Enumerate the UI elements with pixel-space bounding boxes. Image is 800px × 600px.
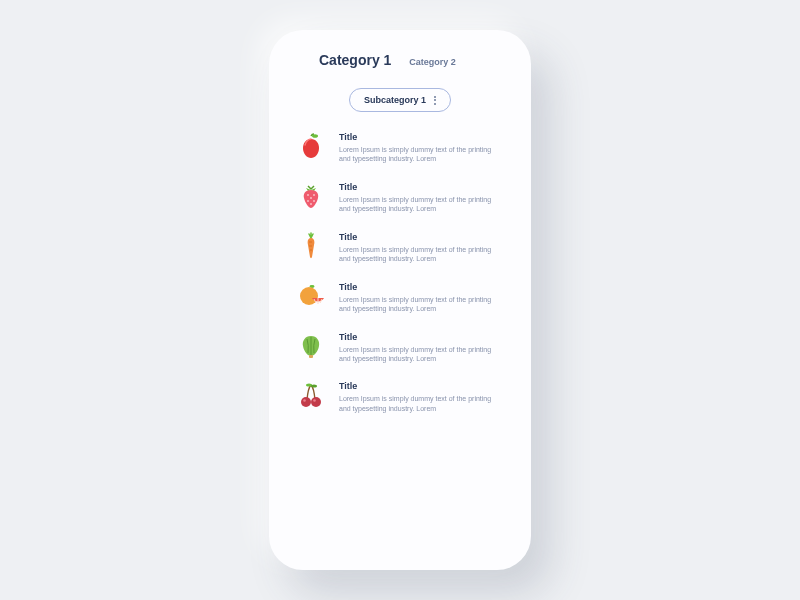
category-tabs: Category 1 Category 2: [291, 52, 509, 68]
cherry-icon: [297, 381, 325, 409]
item-description: Lorem Ipsum is simply dummy text of the …: [339, 195, 499, 214]
svg-point-14: [303, 400, 306, 403]
item-text: Title Lorem Ipsum is simply dummy text o…: [339, 381, 499, 413]
item-title: Title: [339, 182, 499, 192]
item-title: Title: [339, 381, 499, 391]
item-text: Title Lorem Ipsum is simply dummy text o…: [339, 232, 499, 264]
svg-point-13: [311, 397, 321, 407]
item-description: Lorem Ipsum is simply dummy text of the …: [339, 345, 499, 364]
svg-point-6: [310, 203, 312, 205]
strawberry-icon: [297, 182, 325, 210]
item-text: Title Lorem Ipsum is simply dummy text o…: [339, 182, 499, 214]
svg-rect-9: [309, 355, 313, 358]
list-item[interactable]: Title Lorem Ipsum is simply dummy text o…: [297, 232, 505, 264]
more-vertical-icon: [434, 96, 436, 105]
svg-point-15: [313, 400, 316, 403]
item-description: Lorem Ipsum is simply dummy text of the …: [339, 394, 499, 413]
item-description: Lorem Ipsum is simply dummy text of the …: [339, 145, 499, 164]
list-item[interactable]: Title Lorem Ipsum is simply dummy text o…: [297, 332, 505, 364]
svg-point-4: [307, 200, 309, 202]
orange-icon: [297, 282, 325, 310]
apple-icon: [297, 132, 325, 160]
svg-point-0: [312, 134, 318, 138]
item-description: Lorem Ipsum is simply dummy text of the …: [339, 295, 499, 314]
phone-frame: Category 1 Category 2 Subcategory 1 Titl…: [269, 30, 531, 570]
lettuce-icon: [297, 332, 325, 360]
subcategory-row: Subcategory 1: [291, 88, 509, 112]
svg-point-12: [301, 397, 311, 407]
item-text: Title Lorem Ipsum is simply dummy text o…: [339, 282, 499, 314]
svg-point-5: [313, 200, 315, 202]
item-title: Title: [339, 232, 499, 242]
carrot-icon: [297, 232, 325, 260]
tab-category-2[interactable]: Category 2: [409, 57, 456, 67]
item-title: Title: [339, 332, 499, 342]
list-item[interactable]: Title Lorem Ipsum is simply dummy text o…: [297, 282, 505, 314]
item-text: Title Lorem Ipsum is simply dummy text o…: [339, 332, 499, 364]
svg-point-11: [311, 385, 317, 388]
item-text: Title Lorem Ipsum is simply dummy text o…: [339, 132, 499, 164]
svg-point-2: [313, 194, 315, 196]
item-title: Title: [339, 282, 499, 292]
item-title: Title: [339, 132, 499, 142]
tab-category-1[interactable]: Category 1: [319, 52, 391, 68]
item-list: Title Lorem Ipsum is simply dummy text o…: [291, 132, 509, 413]
svg-point-1: [307, 194, 309, 196]
item-description: Lorem Ipsum is simply dummy text of the …: [339, 245, 499, 264]
list-item[interactable]: Title Lorem Ipsum is simply dummy text o…: [297, 182, 505, 214]
list-item[interactable]: Title Lorem Ipsum is simply dummy text o…: [297, 132, 505, 164]
subcategory-label: Subcategory 1: [364, 95, 426, 105]
subcategory-select[interactable]: Subcategory 1: [349, 88, 451, 112]
svg-point-3: [310, 197, 312, 199]
list-item[interactable]: Title Lorem Ipsum is simply dummy text o…: [297, 381, 505, 413]
